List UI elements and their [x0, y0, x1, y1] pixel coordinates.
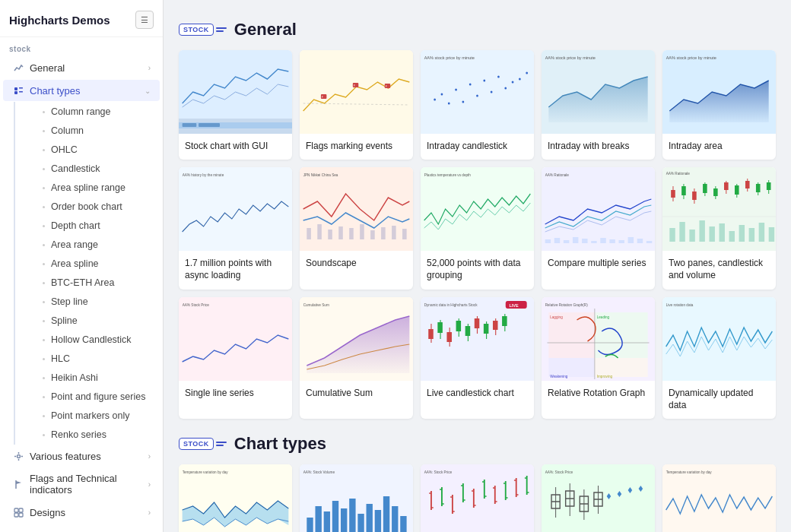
card-label-1: Stock chart with GUI [179, 134, 292, 160]
svg-text:AA%: Stock Volume: AA%: Stock Volume [303, 470, 335, 474]
sidebar-sub-area-spline-range[interactable]: Area spline range [18, 179, 157, 197]
card-intraday-candlestick[interactable]: AA% stock price by minute [421, 50, 534, 160]
svg-rect-56 [179, 167, 292, 251]
stock-badge: STOCK [179, 24, 214, 36]
chart-types-subnav: Column range Column OHLC Candlestick Are… [14, 102, 160, 445]
sidebar-sub-point-markers[interactable]: Point markers only [18, 407, 157, 425]
sidebar-item-various-features[interactable]: Various features › [3, 445, 160, 467]
svg-rect-81 [609, 239, 615, 243]
chevron-right-icon: › [148, 64, 151, 72]
card-thumb-14: Relative Rotation Graph(R) Lagging Le [542, 297, 655, 381]
svg-rect-64 [349, 228, 354, 239]
svg-text:AA% Rationale: AA% Rationale [545, 173, 570, 177]
sidebar-item-chart-types-label: Chart types [30, 85, 145, 97]
card-dynamic-update[interactable]: Live rotation data Dynamically updated d… [662, 297, 776, 419]
svg-text:Temperature variation by day: Temperature variation by day [183, 470, 229, 474]
sidebar-sub-renko[interactable]: Renko series [18, 426, 157, 444]
svg-rect-109 [669, 228, 675, 242]
sidebar-sub-depth-chart[interactable]: Depth chart [18, 217, 157, 235]
svg-rect-78 [582, 239, 587, 243]
sidebar-item-flags-technical[interactable]: Flags and Technical indicators › [3, 468, 160, 500]
card-label-2: Flags marking events [300, 134, 413, 160]
svg-rect-91 [681, 186, 686, 195]
card-thumb-15: Live rotation data [662, 297, 776, 381]
card-thumb-b5: Temperature variation by day [662, 464, 776, 532]
card-relative-rotation[interactable]: Relative Rotation Graph(R) Lagging Le [542, 297, 655, 419]
sidebar-sub-hlc[interactable]: HLC [18, 350, 157, 368]
card-soundscape[interactable]: JPN Nikkei China Sea Soundscape [300, 167, 413, 289]
sidebar-sub-point-figure[interactable]: Point and figure series [18, 388, 157, 406]
svg-rect-103 [745, 181, 750, 188]
sidebar-sub-order-book[interactable]: Order book chart [18, 198, 157, 216]
sidebar-item-various-features-label: Various features [30, 451, 148, 462]
svg-rect-89 [671, 190, 675, 198]
sidebar-item-general[interactable]: General › [3, 57, 160, 78]
general-section-title: General [234, 20, 297, 40]
svg-text:Live rotation data: Live rotation data [666, 302, 694, 306]
svg-rect-85 [646, 241, 652, 243]
card-stock-volume[interactable]: AA%: Stock Volume AA%: Stock Volume [300, 464, 413, 532]
card-temp-variation[interactable]: Temperature variation by day Temperature… [179, 464, 292, 532]
svg-rect-61 [317, 224, 322, 239]
sidebar-sub-hollow-candlestick[interactable]: Hollow Candlestick [18, 331, 157, 349]
sidebar-sub-column[interactable]: Column [18, 122, 157, 140]
sidebar-sub-spline[interactable]: Spline [18, 312, 157, 330]
svg-point-47 [497, 76, 500, 78]
svg-rect-65 [360, 224, 364, 239]
list-icon [12, 84, 24, 97]
svg-rect-13 [19, 513, 23, 517]
card-compare-series[interactable]: AA% Rationale [542, 167, 655, 289]
sidebar-item-flags-label: Flags and Technical indicators [30, 473, 148, 496]
sidebar-item-designs[interactable]: Designs › [3, 502, 160, 523]
card-live-candlestick[interactable]: Dynamic data in Highcharts Stock [421, 297, 534, 419]
svg-rect-80 [600, 238, 605, 243]
svg-rect-115 [729, 231, 735, 242]
card-52k-points[interactable]: Plastics temperature vs depth 52,000 poi… [421, 167, 534, 289]
sidebar-item-chart-types[interactable]: Chart types ⌄ [3, 80, 160, 101]
card-label-7: Soundscape [300, 251, 413, 277]
card-two-panes[interactable]: AA% Rationale [662, 167, 776, 289]
card-stock-price-box[interactable]: AA%: Stock Price [542, 464, 655, 532]
general-section-header: STOCK General [179, 20, 776, 40]
svg-rect-82 [619, 240, 624, 243]
sidebar-sub-column-range[interactable]: Column range [18, 103, 157, 121]
sidebar-sub-area-spline[interactable]: Area spline [18, 255, 157, 273]
sidebar-sub-step-line[interactable]: Step line [18, 293, 157, 311]
svg-rect-176 [421, 464, 534, 532]
card-stock-chart-gui[interactable]: Stock chart with GUI [179, 50, 292, 160]
card-intraday-breaks[interactable]: AA% stock price by minute Intraday with … [542, 50, 655, 160]
card-label-6: 1.7 million points with async loading [179, 251, 292, 289]
svg-rect-101 [735, 185, 739, 195]
svg-point-42 [462, 101, 464, 103]
sidebar-sub-area-range[interactable]: Area range [18, 236, 157, 254]
svg-rect-120 [179, 297, 292, 381]
card-flags-marking[interactable]: F F F Flags marking events [300, 50, 413, 160]
svg-rect-166 [324, 511, 330, 532]
card-label-13: Live candlestick chart [421, 381, 534, 407]
card-cumulative-sum[interactable]: Cumulative Sum Cumulative Sum [300, 297, 413, 419]
card-temp-variation-2[interactable]: Temperature variation by day Temperature… [662, 464, 776, 532]
sidebar-sub-btc-eth[interactable]: BTC-ETH Area [18, 274, 157, 292]
designs-icon [12, 506, 24, 518]
card-intraday-area[interactable]: AA% stock price by minute Intraday area [662, 50, 776, 160]
svg-rect-117 [749, 228, 754, 242]
sidebar-sub-heikin-ashi[interactable]: Heikin Ashi [18, 369, 157, 387]
sidebar-sub-candlestick[interactable]: Candlestick [18, 160, 157, 178]
card-thumb-9: AA% Rationale [542, 167, 655, 251]
svg-rect-119 [769, 227, 774, 242]
card-single-line[interactable]: AA% Stock Price Single line series [179, 297, 292, 419]
card-thumb-b2: AA%: Stock Volume [300, 464, 413, 532]
svg-rect-127 [428, 329, 434, 339]
stock-icon [216, 27, 227, 32]
sidebar-toggle-button[interactable]: ☰ [135, 11, 154, 29]
card-stock-price-ohlc[interactable]: AA%: Stock Price [421, 464, 534, 532]
card-thumb-b4: AA%: Stock Price [542, 464, 655, 532]
chevron-right-icon4: › [148, 508, 151, 517]
svg-rect-67 [381, 227, 386, 239]
sidebar-sub-ohlc[interactable]: OHLC [18, 141, 157, 159]
card-thumb-12: Cumulative Sum [300, 297, 413, 381]
svg-rect-62 [328, 230, 332, 239]
card-million-points[interactable]: AA% history by the minute 1.7 million po… [179, 167, 292, 289]
sidebar-item-designs-label: Designs [30, 507, 148, 518]
svg-point-38 [434, 99, 436, 101]
